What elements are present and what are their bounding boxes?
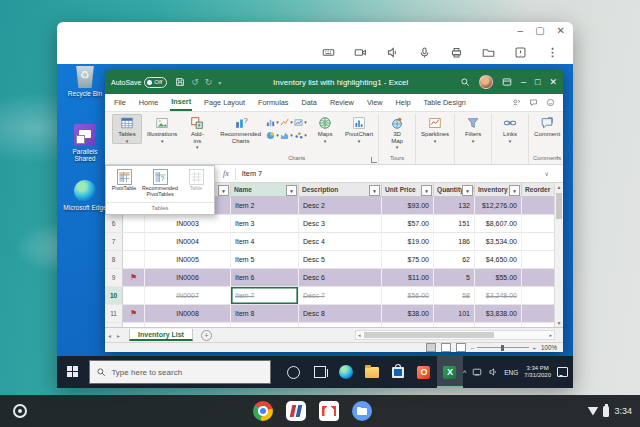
menu-item-recommended-pivottables[interactable]: ? Recommended PivotTables: [142, 166, 178, 202]
cortana-button[interactable]: [281, 356, 307, 388]
window-maximize-button[interactable]: ▢: [535, 25, 544, 37]
file-explorer-button[interactable]: [359, 356, 385, 388]
header-name[interactable]: Name▾: [231, 183, 299, 196]
maps-button[interactable]: Maps ▾: [310, 114, 340, 144]
feedback-smiley-icon[interactable]: [546, 98, 555, 107]
launcher-button[interactable]: [13, 404, 27, 418]
links-button[interactable]: Links ▾: [495, 114, 525, 144]
formula-value[interactable]: Item 7: [242, 169, 545, 178]
excel-taskbar-button[interactable]: X: [437, 356, 463, 388]
edge-taskbar-button[interactable]: [333, 356, 359, 388]
tab-formulas[interactable]: Formulas: [257, 95, 289, 110]
qat-customize-icon[interactable]: ▾: [218, 79, 221, 86]
comments-icon[interactable]: [529, 98, 538, 107]
filter-icon[interactable]: ▾: [421, 185, 432, 196]
excel-maximize-button[interactable]: □: [535, 77, 540, 87]
menu-item-pivottable[interactable]: PivotTable: [106, 166, 142, 202]
taskbar-search[interactable]: Type here to search: [89, 360, 270, 384]
report-problem-icon[interactable]: [514, 46, 527, 59]
undo-icon[interactable]: ↺: [191, 77, 199, 87]
parallels-app-icon[interactable]: [286, 401, 306, 421]
tab-file[interactable]: File: [113, 95, 127, 110]
chrome-icon[interactable]: [253, 401, 273, 421]
new-sheet-button[interactable]: +: [201, 330, 212, 341]
zoom-level[interactable]: 100%: [541, 344, 557, 351]
taskbar-clock[interactable]: 3:34 PM 7/31/2020: [524, 365, 551, 379]
tables-button[interactable]: Tables ▾: [112, 114, 142, 144]
tab-data[interactable]: Data: [301, 95, 318, 110]
filter-icon[interactable]: ▾: [218, 185, 229, 196]
illustrations-button[interactable]: Illustrations ▾: [145, 114, 179, 144]
add-ins-button[interactable]: Add- ins ▾: [182, 114, 212, 150]
charts-dialog-launcher[interactable]: [371, 157, 377, 163]
sheet-tab-inventory-list[interactable]: Inventory List: [129, 329, 193, 341]
camera-icon[interactable]: [354, 46, 367, 59]
autosave-toggle[interactable]: AutoSave Off: [111, 77, 167, 88]
table-row[interactable]: 9 ⚑ IN0006 Item 6 Desc 6 $11.00 5 $55.00: [105, 269, 563, 287]
tab-home[interactable]: Home: [138, 95, 159, 110]
tray-expand-icon[interactable]: ^: [463, 369, 466, 376]
scrollbar-thumb[interactable]: [556, 193, 562, 219]
page-break-view-button[interactable]: [456, 343, 466, 352]
tab-view[interactable]: View: [366, 95, 384, 110]
pivotchart-button[interactable]: PivotChart ▾: [343, 114, 375, 144]
keyboard-icon[interactable]: [322, 46, 335, 59]
desktop-icon-microsoft-edge[interactable]: Microsoft Edge: [62, 180, 108, 211]
header-description[interactable]: Description▾: [299, 183, 382, 196]
comment-button[interactable]: Comment: [532, 114, 562, 139]
tab-help[interactable]: Help: [395, 95, 412, 110]
tab-review[interactable]: Review: [329, 95, 355, 110]
page-layout-view-button[interactable]: [441, 343, 451, 352]
zoom-control[interactable]: −+: [471, 345, 536, 351]
sheet-nav-right-icon[interactable]: ▸: [117, 332, 120, 339]
filter-icon[interactable]: ▾: [286, 185, 297, 196]
folder-icon[interactable]: [482, 46, 495, 59]
desktop-icon-parallels-shared[interactable]: Parallels Shared: [62, 124, 108, 162]
table-row[interactable]: 7 IN0004 Item 4 Desc 4 $19.00 186 $3,534…: [105, 233, 563, 251]
table-row[interactable]: 11 ⚑ IN0008 Item 8 Desc 8 $38.00 101 $3,…: [105, 305, 563, 323]
excel-close-button[interactable]: ✕: [549, 77, 557, 87]
gmail-icon[interactable]: [319, 401, 339, 421]
collapse-ribbon-icon[interactable]: ⌃: [555, 155, 560, 162]
more-menu-icon[interactable]: ⋮: [546, 46, 559, 59]
share-icon[interactable]: [512, 98, 521, 107]
speaker-icon[interactable]: [386, 46, 399, 59]
chart-type-buttons[interactable]: ▾ ▾ ▾ ▾ ▾ ▾: [266, 116, 307, 141]
normal-view-button[interactable]: [426, 343, 436, 352]
horizontal-scrollbar[interactable]: ◂ ▸: [355, 330, 555, 340]
filter-icon[interactable]: ▾: [369, 185, 380, 196]
store-button[interactable]: [385, 356, 411, 388]
tab-insert[interactable]: Insert: [170, 94, 192, 111]
formula-expand-icon[interactable]: ∨: [545, 170, 549, 177]
filter-icon[interactable]: ▾: [509, 185, 520, 196]
office-button[interactable]: O: [411, 356, 437, 388]
sparklines-button[interactable]: Sparklines ▾: [419, 114, 451, 144]
start-button[interactable]: [67, 366, 78, 378]
excel-minimize-button[interactable]: –: [521, 77, 526, 87]
vertical-scrollbar[interactable]: ▲ ▼: [554, 183, 563, 327]
save-icon[interactable]: [175, 77, 185, 87]
language-indicator[interactable]: ENG: [504, 369, 518, 376]
volume-icon[interactable]: [488, 367, 498, 377]
sheet-nav-left-icon[interactable]: ◂: [108, 332, 111, 339]
user-avatar[interactable]: [479, 75, 493, 89]
header-unit-price[interactable]: Unit Price▾: [382, 183, 434, 196]
filters-button[interactable]: Filters ▾: [458, 114, 488, 144]
shelf-status-area[interactable]: 3:34: [587, 395, 632, 427]
filter-icon[interactable]: ▾: [462, 185, 473, 196]
search-icon[interactable]: [460, 77, 470, 87]
table-row[interactable]: 6 IN0003 Item 3 Desc 3 $57.00 151 $8,607…: [105, 215, 563, 233]
recommended-charts-button[interactable]: ? Recommended Charts: [218, 114, 263, 145]
header-quantity[interactable]: Quantity in S▾: [434, 183, 475, 196]
microphone-icon[interactable]: [418, 46, 431, 59]
window-minimize-button[interactable]: –: [518, 25, 524, 37]
table-row[interactable]: 8 IN0005 Item 5 Desc 5 $75.00 62 $4,650.…: [105, 251, 563, 269]
tab-table-design[interactable]: Table Design: [423, 95, 467, 110]
task-view-button[interactable]: [307, 356, 333, 388]
ribbon-display-icon[interactable]: [502, 77, 512, 87]
printer-icon[interactable]: [450, 46, 463, 59]
header-inventory-value[interactable]: Inventory Va▾: [475, 183, 522, 196]
scrollbar-thumb[interactable]: [364, 332, 494, 338]
redo-icon[interactable]: ↻: [205, 77, 213, 87]
window-close-button[interactable]: ✕: [557, 25, 565, 37]
